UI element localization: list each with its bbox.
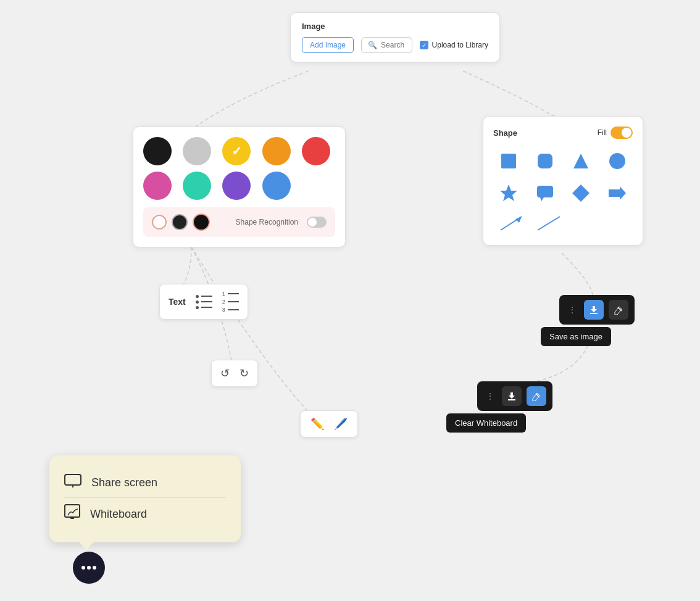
svg-rect-16 <box>65 475 81 485</box>
shape-diagonal-arrow[interactable] <box>498 214 525 233</box>
shape-grid <box>493 147 633 207</box>
svg-point-3 <box>609 153 625 169</box>
shape-arrow-right[interactable] <box>602 180 633 207</box>
shape-panel-header: Shape Fill <box>493 126 633 139</box>
svg-marker-6 <box>540 197 544 201</box>
download-button-1[interactable] <box>584 300 604 320</box>
svg-marker-2 <box>573 154 588 168</box>
redo-button[interactable]: ↻ <box>240 367 249 380</box>
whiteboard-item[interactable]: Whiteboard <box>64 497 226 530</box>
image-panel: Image Add Image 🔍 ✓ Upload to Library <box>290 12 500 62</box>
color-black[interactable] <box>143 137 172 165</box>
color-teal[interactable] <box>183 172 211 200</box>
text-toolbar: Text 1 2 3 <box>159 284 248 320</box>
upload-checkbox[interactable]: ✓ <box>420 41 428 49</box>
text-label: Text <box>169 297 186 307</box>
share-popup: Share screen Whiteboard <box>49 455 241 542</box>
svg-marker-10 <box>515 217 522 223</box>
svg-line-11 <box>538 217 560 230</box>
bullet-list-button[interactable] <box>196 295 212 309</box>
svg-rect-12 <box>590 313 598 314</box>
save-as-image-label: Save as image <box>549 332 602 341</box>
whiteboard-label: Whiteboard <box>90 508 147 521</box>
fill-toggle[interactable] <box>610 126 633 139</box>
svg-rect-19 <box>65 505 80 517</box>
shape-triangle[interactable] <box>565 147 597 175</box>
svg-line-15 <box>536 394 540 397</box>
svg-marker-4 <box>500 184 517 201</box>
color-grid: ✓ <box>143 137 335 200</box>
svg-rect-5 <box>537 186 553 197</box>
shape-star[interactable] <box>493 180 525 207</box>
shape-circle[interactable] <box>602 147 633 175</box>
svg-rect-20 <box>70 517 74 519</box>
share-screen-label: Share screen <box>91 476 157 489</box>
search-input[interactable] <box>381 41 406 49</box>
svg-marker-8 <box>609 186 626 200</box>
shape-recognition-toggle[interactable] <box>307 217 327 228</box>
shape-panel-title: Shape <box>493 128 517 138</box>
pen-size-small[interactable] <box>152 215 167 230</box>
toolbar-dots-2[interactable]: ⋮ <box>483 390 497 402</box>
shape-rounded-square[interactable] <box>530 147 561 175</box>
chat-dots <box>81 566 96 570</box>
image-panel-title: Image <box>302 22 488 31</box>
whiteboard-icon <box>64 504 80 524</box>
undo-button[interactable]: ↺ <box>220 367 230 380</box>
pen-size-large[interactable] <box>193 213 210 231</box>
eraser-button-1[interactable] <box>609 300 628 320</box>
search-box[interactable]: 🔍 <box>361 37 412 53</box>
color-red[interactable] <box>302 137 330 165</box>
pen-size-medium[interactable] <box>172 214 188 230</box>
color-orange[interactable] <box>262 137 291 165</box>
fill-label: Fill <box>598 128 607 137</box>
svg-rect-0 <box>501 154 516 168</box>
color-blue[interactable] <box>262 172 291 200</box>
svg-line-13 <box>618 307 622 311</box>
shape-recognition-label: Shape Recognition <box>236 218 298 226</box>
save-as-image-tooltip: Save as image <box>541 327 611 346</box>
share-screen-icon <box>64 474 81 491</box>
toolbar-dots-1[interactable]: ⋮ <box>565 304 579 316</box>
share-screen-item[interactable]: Share screen <box>64 468 226 497</box>
shape-lines-row <box>493 212 633 235</box>
svg-rect-14 <box>508 399 515 400</box>
shape-diamond[interactable] <box>565 180 597 207</box>
color-panel: ✓ Shape Recognition <box>133 126 346 247</box>
pen-icon[interactable]: ✏️ <box>310 417 324 431</box>
eraser-button-2[interactable] <box>527 386 546 406</box>
upload-label: Upload to Library <box>432 41 488 49</box>
svg-rect-1 <box>538 154 552 168</box>
search-icon: 🔍 <box>368 41 377 49</box>
clear-whiteboard-label: Clear Whiteboard <box>455 418 517 428</box>
color-pink[interactable] <box>143 172 172 200</box>
fill-row: Fill <box>598 126 633 139</box>
download-button-2[interactable] <box>502 386 522 406</box>
numbered-list-button[interactable]: 1 2 3 <box>222 291 239 313</box>
save-action-toolbar: ⋮ <box>559 295 635 325</box>
upload-to-library-row: ✓ Upload to Library <box>420 41 488 49</box>
chat-button[interactable] <box>73 552 105 584</box>
clear-action-toolbar: ⋮ <box>477 381 552 411</box>
add-image-button[interactable]: Add Image <box>302 37 354 53</box>
clear-whiteboard-tooltip: Clear Whiteboard <box>446 413 526 433</box>
shape-speech-bubble[interactable] <box>530 180 561 207</box>
color-bottom-row: Shape Recognition <box>143 207 335 237</box>
color-yellow[interactable]: ✓ <box>222 137 251 165</box>
undo-redo-toolbar: ↺ ↻ <box>211 360 258 387</box>
shape-panel: Shape Fill <box>483 116 643 246</box>
color-light-gray[interactable] <box>183 137 211 165</box>
draw-toolbar: ✏️ 🖊️ <box>300 410 358 437</box>
shape-square[interactable] <box>493 147 525 175</box>
shape-line[interactable] <box>535 214 562 233</box>
color-purple[interactable] <box>222 172 251 200</box>
eraser-icon[interactable]: 🖊️ <box>334 417 348 431</box>
svg-marker-7 <box>572 184 590 202</box>
